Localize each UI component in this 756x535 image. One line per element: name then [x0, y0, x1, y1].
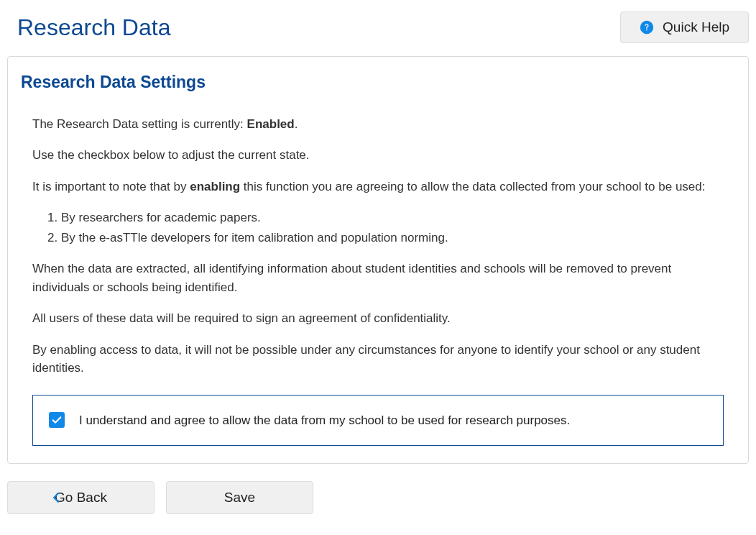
agreement-checkbox[interactable]	[49, 412, 65, 428]
chevron-left-icon	[52, 493, 60, 503]
note-extraction: When the data are extracted, all identif…	[32, 260, 724, 296]
status-value: Enabled	[247, 117, 295, 131]
page-title: Research Data	[17, 10, 170, 45]
footer-buttons: Go Back Save	[7, 481, 749, 514]
note-identity: By enabling access to data, it will not …	[32, 341, 724, 378]
panel-title: Research Data Settings	[21, 70, 735, 95]
panel-content: The Research Data setting is currently: …	[21, 115, 735, 447]
settings-panel: Research Data Settings The Research Data…	[7, 56, 749, 464]
note-confidentiality: All users of these data will be required…	[32, 309, 724, 328]
usage-list: By researchers for academic papers. By t…	[61, 209, 724, 247]
save-button[interactable]: Save	[166, 481, 313, 514]
instruction-text: Use the checkbox below to adjust the cur…	[32, 146, 724, 165]
go-back-button[interactable]: Go Back	[7, 481, 155, 514]
list-item: By researchers for academic papers.	[61, 209, 724, 227]
page-header: Research Data Quick Help	[7, 7, 749, 56]
go-back-label: Go Back	[55, 490, 107, 506]
quick-help-label: Quick Help	[663, 19, 729, 35]
quick-help-button[interactable]: Quick Help	[620, 12, 749, 43]
agreement-box: I understand and agree to allow the data…	[32, 395, 724, 447]
enabling-text: It is important to note that by enabling…	[32, 178, 724, 196]
check-icon	[51, 414, 63, 426]
status-line: The Research Data setting is currently: …	[32, 115, 724, 134]
list-item: By the e-asTTle developers for item cali…	[61, 229, 724, 247]
agreement-text: I understand and agree to allow the data…	[79, 411, 570, 430]
save-label: Save	[224, 490, 255, 506]
help-icon	[640, 20, 654, 35]
